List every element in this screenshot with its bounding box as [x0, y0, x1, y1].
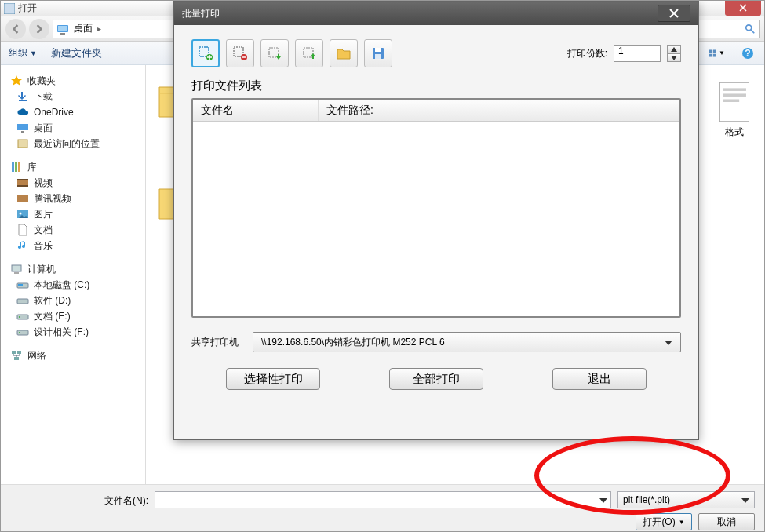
cancel-button[interactable]: 取消	[698, 513, 755, 530]
print-all-button[interactable]: 全部打印	[389, 368, 483, 390]
svg-point-4	[746, 24, 752, 30]
music-icon	[16, 239, 29, 252]
sidebar-computer-header[interactable]: 计算机	[7, 261, 144, 277]
svg-point-30	[19, 316, 20, 318]
col-filename[interactable]: 文件名	[193, 100, 319, 121]
new-folder-button[interactable]: 新建文件夹	[51, 46, 102, 60]
shared-printer-label: 共享打印机	[191, 336, 239, 349]
svg-rect-8	[709, 53, 712, 56]
svg-rect-47	[375, 48, 381, 52]
sidebar-item-drive-d[interactable]: 软件 (D:)	[7, 293, 144, 308]
svg-rect-35	[14, 357, 19, 360]
close-button[interactable]	[658, 5, 690, 22]
col-filepath[interactable]: 文件路径:	[319, 100, 679, 121]
filename-input[interactable]	[155, 491, 611, 508]
file-icon	[717, 81, 752, 123]
sidebar-item-documents[interactable]: 文档	[7, 222, 144, 238]
download-icon	[16, 90, 29, 103]
svg-rect-25	[14, 272, 19, 274]
video-icon	[16, 177, 29, 189]
filename-dropdown-icon[interactable]	[599, 494, 607, 505]
chevron-right-icon[interactable]: ▸	[97, 24, 101, 33]
copies-down-button[interactable]	[667, 53, 681, 62]
tool-save-button[interactable]	[364, 39, 392, 67]
drive-icon	[16, 310, 29, 322]
copies-spinner	[667, 45, 681, 62]
svg-rect-12	[17, 124, 28, 130]
app-icon	[4, 3, 15, 14]
svg-point-23	[20, 213, 22, 215]
sidebar-item-drive-e[interactable]: 文档 (E:)	[7, 308, 144, 324]
svg-rect-37	[723, 88, 746, 91]
forward-button[interactable]	[29, 19, 49, 39]
library-icon	[10, 161, 23, 173]
sidebar-libraries-header[interactable]: 库	[7, 159, 144, 175]
sidebar-favorites-header[interactable]: 收藏夹	[7, 73, 144, 89]
svg-rect-16	[15, 162, 17, 172]
computer-icon	[10, 263, 23, 275]
svg-rect-17	[18, 162, 20, 172]
tool-add-button[interactable]	[191, 39, 220, 67]
svg-rect-14	[18, 140, 27, 148]
svg-rect-24	[12, 265, 21, 271]
open-button[interactable]: 打开(O)▼	[636, 513, 692, 530]
printer-select[interactable]: \\192.168.6.50\内销彩色打印机 M252 PCL 6	[253, 332, 681, 352]
batch-print-dialog: 批量打印 打印份数: 1 打印文件列表 文件名 文件路径:	[173, 1, 699, 440]
copies-up-button[interactable]	[667, 45, 681, 53]
tool-remove-button[interactable]	[226, 39, 254, 67]
open-title: 打开	[18, 2, 37, 15]
sidebar-network-header[interactable]: 网络	[7, 348, 144, 363]
sidebar-item-pictures[interactable]: 图片	[7, 206, 144, 222]
file-list-label: 打印文件列表	[191, 78, 681, 93]
svg-rect-20	[17, 185, 28, 187]
svg-rect-44	[269, 48, 279, 57]
breadcrumb-desktop[interactable]: 桌面	[74, 22, 93, 35]
batch-toolbar: 打印份数: 1	[191, 39, 681, 67]
drive-icon	[16, 326, 29, 338]
desktop-icon	[56, 23, 69, 35]
sidebar-item-tencent-video[interactable]: 腾讯视频	[7, 191, 144, 206]
sidebar-item-desktop[interactable]: 桌面	[7, 120, 144, 136]
svg-rect-27	[18, 284, 23, 286]
help-button[interactable]: ?	[739, 45, 756, 62]
close-button[interactable]	[725, 0, 761, 16]
sidebar-item-recent[interactable]: 最近访问的位置	[7, 136, 144, 151]
network-icon	[10, 349, 23, 362]
svg-rect-3	[60, 33, 65, 35]
svg-rect-38	[723, 93, 746, 97]
svg-rect-6	[709, 49, 712, 53]
tool-down-button[interactable]	[295, 39, 323, 67]
filetype-select[interactable]: plt file(*.plt)	[617, 491, 755, 508]
svg-rect-9	[713, 53, 716, 56]
svg-rect-48	[375, 54, 381, 59]
svg-rect-33	[12, 351, 16, 354]
copies-label: 打印份数:	[567, 47, 607, 60]
copies-input[interactable]: 1	[614, 45, 661, 62]
sidebar-item-drive-c[interactable]: 本地磁盘 (C:)	[7, 277, 144, 293]
sidebar-item-music[interactable]: 音乐	[7, 238, 144, 253]
tool-up-button[interactable]	[260, 39, 289, 67]
sidebar-item-downloads[interactable]: 下载	[7, 89, 144, 104]
printer-value: \\192.168.6.50\内销彩色打印机 M252 PCL 6	[261, 336, 445, 349]
exit-button[interactable]: 退出	[552, 368, 647, 390]
sidebar-item-onedrive[interactable]: OneDrive	[7, 104, 144, 120]
view-options-button[interactable]: ▼	[708, 45, 725, 62]
svg-point-32	[19, 332, 20, 333]
document-icon	[16, 224, 29, 236]
batch-titlebar[interactable]: 批量打印	[174, 2, 698, 25]
tool-open-folder-button[interactable]	[330, 39, 358, 67]
svg-rect-7	[713, 49, 716, 53]
file-list-header: 文件名 文件路径:	[193, 100, 679, 122]
organize-menu[interactable]: 组织 ▼	[9, 46, 37, 60]
file-item-3[interactable]: 格式	[711, 81, 758, 139]
sidebar: 收藏夹 下载 OneDrive 桌面 最近访问的位置 库 视频 腾讯视频 图片 …	[1, 65, 146, 484]
selective-print-button[interactable]: 选择性打印	[226, 368, 320, 390]
filename-label: 文件名(N):	[104, 494, 148, 508]
svg-line-5	[751, 29, 754, 32]
sidebar-item-videos[interactable]: 视频	[7, 175, 144, 191]
desktop-icon	[16, 122, 29, 134]
sidebar-item-drive-f[interactable]: 设计相关 (F:)	[7, 324, 144, 340]
cloud-icon	[16, 106, 29, 118]
file-list[interactable]: 文件名 文件路径:	[191, 98, 681, 318]
back-button[interactable]	[5, 19, 26, 39]
